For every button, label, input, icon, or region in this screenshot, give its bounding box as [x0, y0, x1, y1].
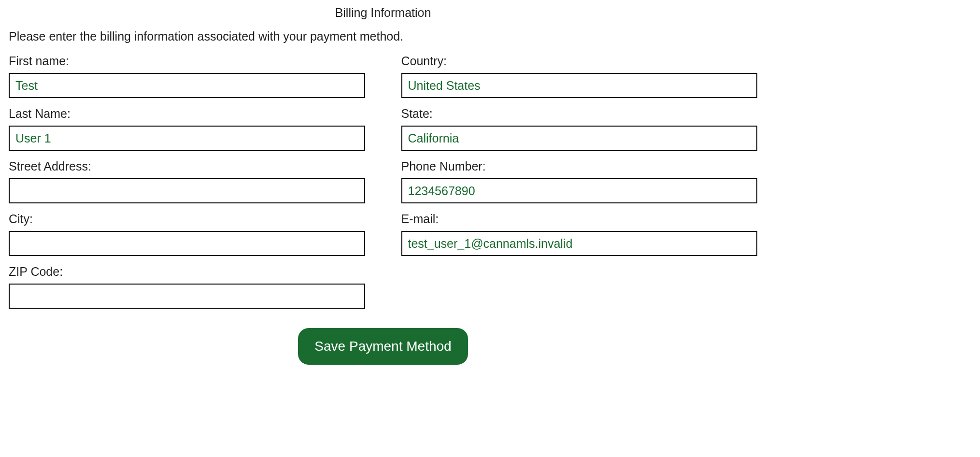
email-field: E-mail: [401, 212, 758, 256]
right-column: Country: State: Phone Number: E-mail: [401, 54, 758, 317]
zip-code-label: ZIP Code: [9, 265, 365, 279]
email-label: E-mail: [401, 212, 758, 226]
first-name-label: First name: [9, 54, 365, 68]
last-name-field: Last Name: [9, 107, 365, 151]
page-title: Billing Information [9, 6, 757, 20]
last-name-label: Last Name: [9, 107, 365, 121]
state-input[interactable] [401, 126, 758, 151]
state-label: State: [401, 107, 758, 121]
city-label: City: [9, 212, 365, 226]
button-row: Save Payment Method [9, 328, 757, 365]
country-field: Country: [401, 54, 758, 98]
street-address-field: Street Address: [9, 159, 365, 203]
email-input[interactable] [401, 231, 758, 256]
zip-code-input[interactable] [9, 284, 365, 309]
state-field: State: [401, 107, 758, 151]
form-columns: First name: Last Name: Street Address: C… [9, 54, 757, 317]
billing-form: Billing Information Please enter the bil… [9, 6, 757, 365]
country-label: Country: [401, 54, 758, 68]
instruction-text: Please enter the billing information ass… [9, 29, 757, 43]
country-input[interactable] [401, 73, 758, 98]
phone-number-field: Phone Number: [401, 159, 758, 203]
first-name-field: First name: [9, 54, 365, 98]
zip-code-field: ZIP Code: [9, 265, 365, 309]
phone-number-label: Phone Number: [401, 159, 758, 173]
left-column: First name: Last Name: Street Address: C… [9, 54, 365, 317]
save-payment-method-button[interactable]: Save Payment Method [298, 328, 468, 365]
street-address-label: Street Address: [9, 159, 365, 173]
phone-number-input[interactable] [401, 178, 758, 203]
city-field: City: [9, 212, 365, 256]
street-address-input[interactable] [9, 178, 365, 203]
first-name-input[interactable] [9, 73, 365, 98]
last-name-input[interactable] [9, 126, 365, 151]
city-input[interactable] [9, 231, 365, 256]
